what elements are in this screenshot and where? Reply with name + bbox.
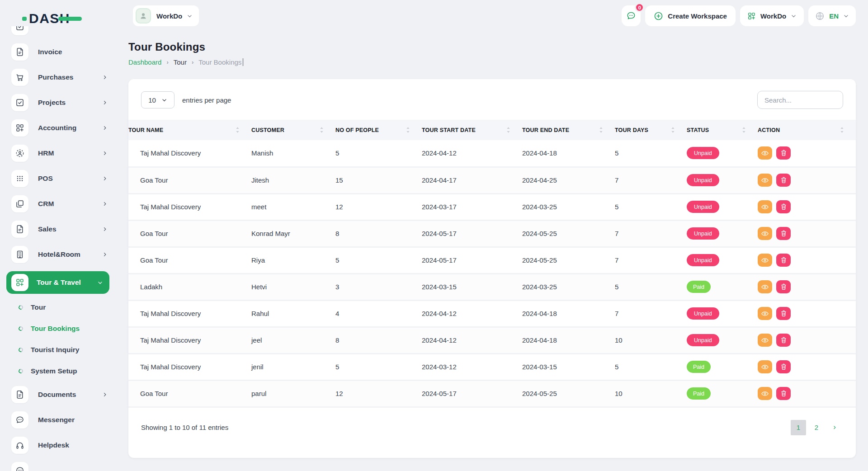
table-wrap: TOUR NAME CUSTOMER <box>128 120 856 408</box>
sort-icon[interactable] <box>236 127 240 133</box>
sidebar-item-hotel-room[interactable]: Hotel&Room <box>11 246 110 263</box>
view-button[interactable] <box>758 280 772 293</box>
sort-icon[interactable] <box>840 127 844 133</box>
chevron-right-icon <box>102 252 108 257</box>
cell-tour-days: 7 <box>615 167 687 193</box>
sidebar-item-label: Invoice <box>38 48 110 56</box>
submenu-bullet-icon <box>18 368 24 374</box>
table-header-row: TOUR NAME CUSTOMER <box>128 120 856 140</box>
column-header[interactable]: CUSTOMER <box>251 120 335 140</box>
column-header[interactable]: TOUR START DATE <box>422 120 522 140</box>
pagination-next-button[interactable]: › <box>827 420 842 435</box>
chevron-right-icon <box>102 100 108 105</box>
sidebar-item-pos[interactable]: POS <box>11 170 110 187</box>
view-button[interactable] <box>758 387 772 400</box>
pagination-page-2[interactable]: 2 <box>809 420 824 435</box>
sidebar-item-documents[interactable]: Documents <box>11 386 110 403</box>
sort-icon[interactable] <box>406 127 410 133</box>
building-icon <box>11 246 28 263</box>
column-header[interactable]: TOUR NAME <box>128 120 251 140</box>
delete-button[interactable] <box>776 360 791 373</box>
delete-button[interactable] <box>776 146 791 160</box>
submenu-item-tour-bookings[interactable]: Tour Bookings <box>19 322 116 335</box>
submenu-item-tour[interactable]: Tour <box>19 301 116 314</box>
delete-button[interactable] <box>776 334 791 347</box>
delete-button[interactable] <box>776 280 791 293</box>
workspace-dropdown[interactable]: WorkDo <box>133 5 199 26</box>
cell-tour-name: Goa Tour <box>128 220 251 247</box>
status-badge: Unpaid <box>687 254 719 266</box>
sidebar-item-tour-travel-active[interactable]: Tour & Travel <box>6 271 109 294</box>
sort-icon[interactable] <box>671 127 675 133</box>
sidebar-item-invoice[interactable]: Invoice <box>11 43 110 61</box>
view-button[interactable] <box>758 146 772 160</box>
sidebar-item-messenger[interactable]: Messenger <box>11 411 110 429</box>
sort-icon[interactable] <box>742 127 746 133</box>
topbar-actions: 0 Create Workspace WorkDo EN <box>622 5 856 26</box>
cell-status: Paid <box>687 353 758 380</box>
view-button[interactable] <box>758 227 772 240</box>
submenu-bullet-icon <box>18 304 24 310</box>
sidebar-item-partial-top[interactable] <box>11 26 110 35</box>
chevron-down-icon <box>97 280 103 286</box>
table-row: Taj Mahal Discovery jeel 8 2024-04-12 20… <box>128 327 856 353</box>
language-dropdown[interactable]: EN <box>808 5 856 26</box>
cell-tour-name: Goa Tour <box>128 380 251 407</box>
cell-no-of-people: 3 <box>335 273 422 300</box>
table-row: Goa Tour parul 12 2024-05-17 2024-05-25 … <box>128 380 856 407</box>
messages-button[interactable]: 0 <box>622 5 641 26</box>
delete-button[interactable] <box>776 307 791 320</box>
cell-action <box>758 140 856 167</box>
search-input[interactable] <box>757 91 843 109</box>
breadcrumb-tour-link[interactable]: Tour <box>174 58 187 66</box>
sidebar-item-sales[interactable]: Sales <box>11 221 110 238</box>
create-workspace-button[interactable]: Create Workspace <box>645 5 736 26</box>
cell-status: Unpaid <box>687 167 758 193</box>
view-button[interactable] <box>758 360 772 373</box>
sidebar-item-partial-bottom[interactable] <box>11 462 110 471</box>
delete-button[interactable] <box>776 254 791 267</box>
sidebar-item-purchases[interactable]: Purchases <box>11 69 110 86</box>
chevron-down-icon <box>161 97 167 103</box>
submenu-item-system-setup[interactable]: System Setup <box>19 365 116 377</box>
table-header: TOUR NAME CUSTOMER <box>128 120 856 140</box>
pagination-page-1[interactable]: 1 <box>791 420 806 435</box>
sidebar-item-hrm[interactable]: HRM <box>11 145 110 162</box>
cell-status: Unpaid <box>687 247 758 273</box>
cell-tour-days: 5 <box>615 273 687 300</box>
view-button[interactable] <box>758 307 772 320</box>
delete-button[interactable] <box>776 227 791 240</box>
sort-icon[interactable] <box>506 127 510 133</box>
breadcrumb-dashboard-link[interactable]: Dashboard <box>128 58 161 66</box>
overlapping-squares-icon <box>11 195 28 212</box>
status-badge: Unpaid <box>687 174 719 186</box>
column-header[interactable]: ACTION <box>758 120 856 140</box>
sidebar-item-projects[interactable]: Projects <box>11 94 110 111</box>
app-logo[interactable]: DASH <box>0 0 116 26</box>
delete-button[interactable] <box>776 387 791 400</box>
delete-button[interactable] <box>776 174 791 187</box>
column-header[interactable]: NO OF PEOPLE <box>335 120 422 140</box>
submenu-item-label: Tour Bookings <box>31 325 80 333</box>
cell-tour-start-date: 2024-05-17 <box>422 220 522 247</box>
entries-per-page-select[interactable]: 10 <box>141 91 175 108</box>
delete-button[interactable] <box>776 200 791 213</box>
sidebar-item-label: Projects <box>38 99 102 107</box>
sidebar-item-crm[interactable]: CRM <box>11 195 110 212</box>
cell-customer: Hetvi <box>251 273 335 300</box>
sidebar-item-helpdesk[interactable]: Helpdesk <box>11 437 110 454</box>
view-button[interactable] <box>758 200 772 213</box>
cell-tour-end-date: 2024-05-25 <box>522 247 615 273</box>
view-button[interactable] <box>758 174 772 187</box>
company-dropdown[interactable]: WorkDo <box>740 5 804 26</box>
create-workspace-label: Create Workspace <box>668 12 727 20</box>
view-button[interactable] <box>758 334 772 347</box>
submenu-item-tourist-inquiry[interactable]: Tourist Inquiry <box>19 344 116 356</box>
column-header[interactable]: TOUR DAYS <box>615 120 687 140</box>
view-button[interactable] <box>758 254 772 267</box>
column-header[interactable]: TOUR END DATE <box>522 120 615 140</box>
sort-icon[interactable] <box>599 127 603 133</box>
column-header[interactable]: STATUS <box>687 120 758 140</box>
sort-icon[interactable] <box>320 127 324 133</box>
sidebar-item-accounting[interactable]: Accounting <box>11 119 110 137</box>
